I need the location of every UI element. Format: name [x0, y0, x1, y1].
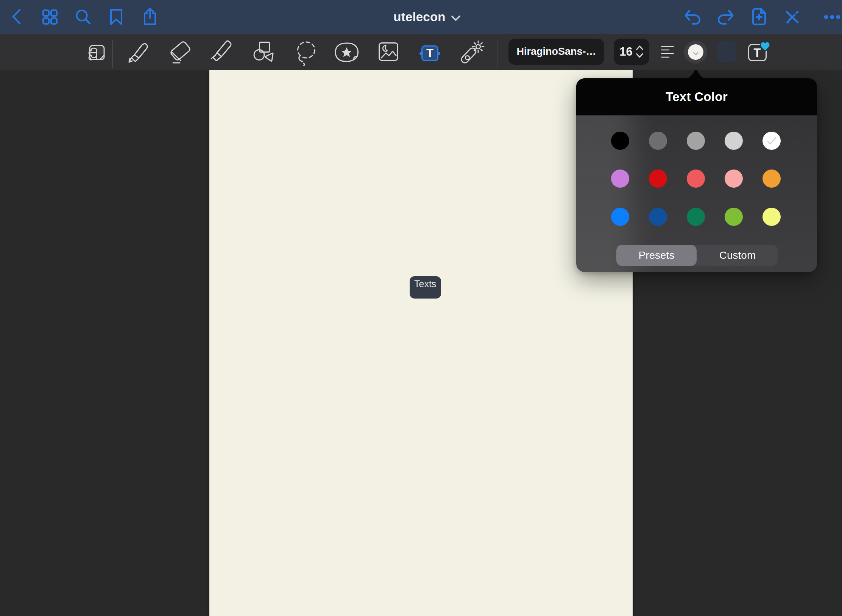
svg-text:T: T [754, 46, 761, 59]
